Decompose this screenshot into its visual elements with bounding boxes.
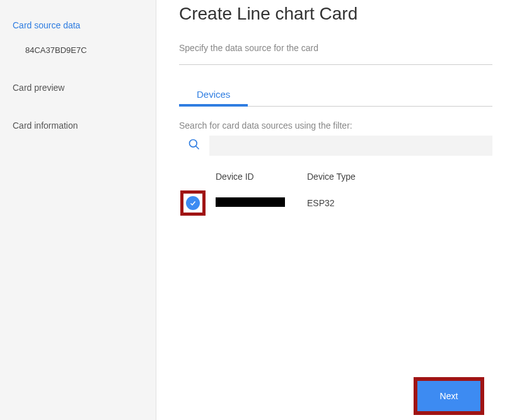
- cell-device-id: [216, 197, 307, 209]
- cell-device-type: ESP32: [307, 198, 492, 208]
- sidebar-subitem-label: 84CA37BD9E7C: [25, 45, 87, 55]
- sidebar-item-source-data[interactable]: Card source data: [0, 13, 156, 38]
- sidebar-item-label: Card preview: [13, 83, 64, 93]
- table-header: Device ID Device Type: [179, 172, 492, 182]
- header-device-type: Device Type: [307, 172, 492, 182]
- sidebar: Card source data 84CA37BD9E7C Card previ…: [0, 0, 156, 420]
- search-icon: [188, 138, 200, 153]
- svg-line-1: [196, 146, 199, 149]
- table-row[interactable]: ESP32: [179, 190, 492, 216]
- next-button-label: Next: [440, 391, 458, 401]
- tab-devices[interactable]: Devices: [179, 84, 248, 106]
- search-input[interactable]: [209, 136, 492, 156]
- next-highlight: Next: [414, 377, 484, 415]
- next-button[interactable]: Next: [417, 381, 480, 411]
- next-wrapper: Next: [414, 377, 484, 415]
- svg-point-0: [190, 140, 197, 148]
- tab-label: Devices: [197, 89, 230, 100]
- sidebar-subitem-device[interactable]: 84CA37BD9E7C: [0, 38, 156, 62]
- sidebar-item-information[interactable]: Card information: [0, 113, 156, 138]
- main-content: Create Line chart Card Specify the data …: [156, 0, 505, 420]
- tabs: Devices: [179, 84, 492, 107]
- check-highlight: [180, 190, 206, 216]
- row-check-wrapper: [179, 190, 216, 216]
- sidebar-item-label: Card source data: [13, 20, 80, 30]
- page-title: Create Line chart Card: [179, 4, 492, 24]
- page-subtitle: Specify the data source for the card: [179, 43, 492, 53]
- redacted-device-id: [216, 197, 285, 207]
- col-check: [179, 172, 216, 182]
- filter-label: Search for card data sources using the f…: [179, 120, 492, 131]
- sidebar-item-preview[interactable]: Card preview: [0, 75, 156, 100]
- sidebar-item-label: Card information: [13, 120, 78, 131]
- search-row: [179, 136, 492, 156]
- search-icon-wrapper[interactable]: [179, 138, 209, 153]
- divider: [179, 64, 492, 65]
- header-device-id: Device ID: [216, 172, 307, 182]
- check-icon[interactable]: [186, 196, 200, 210]
- device-table: Device ID Device Type ESP32: [179, 172, 492, 216]
